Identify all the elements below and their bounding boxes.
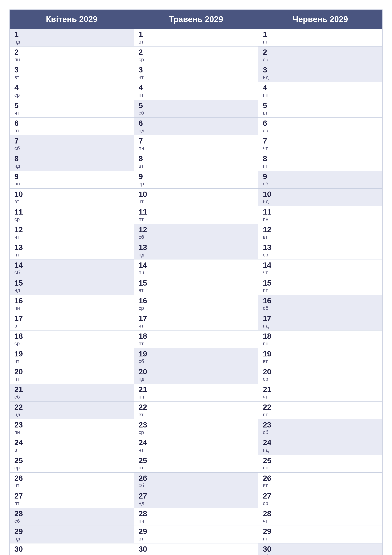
day-row: 30сб xyxy=(258,543,382,555)
day-number: 3 xyxy=(14,66,131,74)
day-row: 5вт xyxy=(258,100,382,117)
day-row: 8пт xyxy=(258,153,382,171)
day-name: нд xyxy=(139,252,255,258)
day-number: 29 xyxy=(139,527,255,536)
day-row: 21чт xyxy=(258,384,382,402)
day-name: сб xyxy=(139,358,255,364)
day-number: 6 xyxy=(263,119,379,128)
day-name: чт xyxy=(14,110,131,116)
day-row: 23ср xyxy=(134,419,258,437)
day-name: нд xyxy=(14,39,131,45)
day-number: 22 xyxy=(263,403,379,411)
day-name: чт xyxy=(14,482,131,488)
day-row: 5сб xyxy=(134,100,258,117)
day-row: 10вт xyxy=(10,189,134,206)
day-number: 8 xyxy=(263,154,379,163)
day-row: 18пт xyxy=(134,330,258,348)
day-number: 23 xyxy=(139,421,255,429)
day-number: 15 xyxy=(139,279,255,287)
day-name: пт xyxy=(139,216,255,222)
day-row: 7сб xyxy=(10,135,134,153)
day-row: 18ср xyxy=(10,330,134,348)
day-row: 15пт xyxy=(258,277,382,295)
day-number: 23 xyxy=(14,421,131,429)
calendar-container: Квітень 20291нд2пн3вт4ср5чт6пт7сб8нд9пн1… xyxy=(0,0,392,555)
day-number: 27 xyxy=(263,492,379,500)
day-number: 23 xyxy=(263,421,379,429)
day-name: пт xyxy=(14,128,131,133)
day-name: пн xyxy=(263,340,379,346)
day-name: сб xyxy=(139,234,255,240)
day-name: вт xyxy=(139,39,255,45)
day-name: ср xyxy=(14,340,131,346)
day-row: 8нд xyxy=(10,153,134,171)
day-name: нд xyxy=(139,500,255,506)
day-name: нд xyxy=(263,447,379,453)
day-number: 28 xyxy=(139,510,255,518)
month-column-0: Квітень 20291нд2пн3вт4ср5чт6пт7сб8нд9пн1… xyxy=(10,10,134,555)
month-header-2: Червень 2029 xyxy=(258,10,382,29)
day-number: 29 xyxy=(14,527,131,536)
day-row: 4пт xyxy=(134,82,258,100)
day-number: 26 xyxy=(263,474,379,482)
day-number: 10 xyxy=(139,190,255,198)
day-number: 20 xyxy=(14,368,131,376)
day-name: ср xyxy=(14,92,131,98)
day-name: пн xyxy=(14,429,131,435)
day-name: пт xyxy=(263,536,379,542)
day-name: сб xyxy=(263,553,379,555)
day-name: сб xyxy=(14,394,131,400)
month-header-0: Квітень 2029 xyxy=(10,10,134,29)
day-number: 13 xyxy=(139,243,255,252)
day-row: 25ср xyxy=(10,455,134,473)
day-row: 30ср xyxy=(134,543,258,555)
day-row: 24вт xyxy=(10,437,134,455)
day-number: 3 xyxy=(263,66,379,74)
day-name: вт xyxy=(263,482,379,488)
day-number: 19 xyxy=(14,350,131,358)
day-row: 17вт xyxy=(10,313,134,330)
day-number: 14 xyxy=(14,261,131,270)
day-row: 16пн xyxy=(10,295,134,313)
day-number: 12 xyxy=(263,226,379,234)
day-name: пн xyxy=(139,394,255,400)
day-name: вт xyxy=(14,447,131,453)
day-row: 26чт xyxy=(10,473,134,490)
day-number: 14 xyxy=(263,261,379,270)
day-number: 28 xyxy=(14,510,131,518)
day-name: пт xyxy=(14,376,131,382)
day-number: 30 xyxy=(263,545,379,553)
day-row: 10чт xyxy=(134,189,258,206)
day-row: 2сб xyxy=(258,46,382,64)
day-number: 8 xyxy=(139,154,255,163)
day-row: 19сб xyxy=(134,348,258,366)
day-name: нд xyxy=(139,376,255,382)
day-name: вт xyxy=(139,163,255,169)
day-number: 11 xyxy=(263,208,379,216)
day-row: 22нд xyxy=(10,402,134,419)
day-row: 9пн xyxy=(10,171,134,189)
day-number: 10 xyxy=(263,190,379,198)
day-row: 25пт xyxy=(134,455,258,473)
day-number: 15 xyxy=(14,279,131,287)
day-row: 6ср xyxy=(258,117,382,135)
day-row: 3чт xyxy=(134,64,258,82)
day-number: 21 xyxy=(14,385,131,394)
day-number: 17 xyxy=(139,314,255,323)
day-row: 8вт xyxy=(134,153,258,171)
day-row: 27ср xyxy=(258,490,382,508)
day-row: 20нд xyxy=(134,366,258,384)
day-row: 10нд xyxy=(258,189,382,206)
day-name: ср xyxy=(263,376,379,382)
day-number: 30 xyxy=(14,545,131,553)
day-name: вт xyxy=(263,358,379,364)
day-row: 6нд xyxy=(134,117,258,135)
day-name: сб xyxy=(263,181,379,187)
day-name: вт xyxy=(14,323,131,329)
day-name: чт xyxy=(263,145,379,151)
day-number: 21 xyxy=(263,385,379,394)
day-row: 19вт xyxy=(258,348,382,366)
day-number: 11 xyxy=(139,208,255,216)
day-number: 19 xyxy=(139,350,255,358)
day-number: 18 xyxy=(14,332,131,340)
